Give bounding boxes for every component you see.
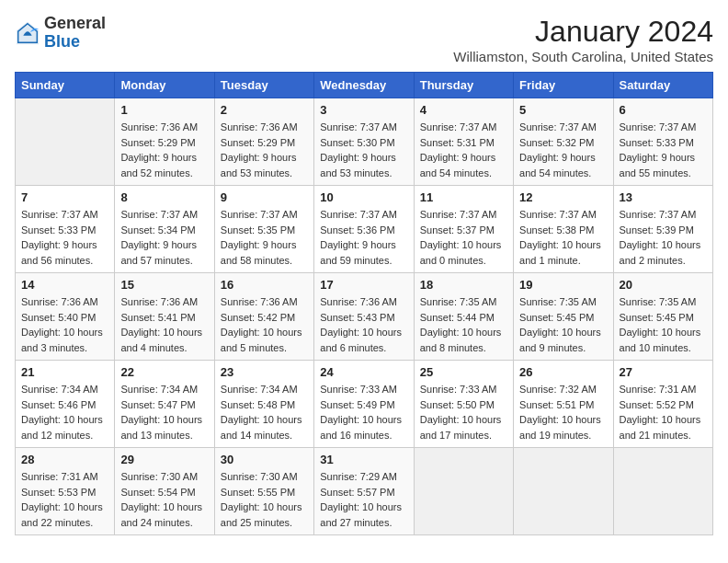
day-info: Sunrise: 7:32 AMSunset: 5:51 PMDaylight:… bbox=[519, 382, 607, 442]
calendar-header: Sunday Monday Tuesday Wednesday Thursday… bbox=[16, 73, 713, 98]
day-info: Sunrise: 7:30 AMSunset: 5:55 PMDaylight:… bbox=[221, 469, 308, 530]
day-number: 8 bbox=[120, 190, 208, 204]
day-cell-0-0 bbox=[16, 98, 115, 186]
logo-blue-text: Blue bbox=[44, 32, 80, 51]
day-cell-1-6: 13Sunrise: 7:37 AMSunset: 5:39 PMDayligh… bbox=[613, 186, 712, 273]
calendar-table: Sunday Monday Tuesday Wednesday Thursday… bbox=[15, 72, 713, 535]
day-info: Sunrise: 7:37 AMSunset: 5:30 PMDaylight:… bbox=[320, 120, 407, 180]
day-info: Sunrise: 7:31 AMSunset: 5:52 PMDaylight:… bbox=[620, 382, 707, 442]
day-number: 24 bbox=[320, 365, 407, 379]
header-row: Sunday Monday Tuesday Wednesday Thursday… bbox=[16, 73, 713, 98]
day-info: Sunrise: 7:33 AMSunset: 5:49 PMDaylight:… bbox=[320, 382, 407, 442]
logo-text: General Blue bbox=[44, 15, 106, 52]
day-number: 31 bbox=[320, 453, 407, 466]
day-number: 3 bbox=[320, 103, 407, 117]
day-info: Sunrise: 7:37 AMSunset: 5:33 PMDaylight:… bbox=[620, 120, 707, 180]
day-number: 28 bbox=[21, 453, 108, 466]
day-cell-4-5 bbox=[514, 448, 613, 535]
day-info: Sunrise: 7:31 AMSunset: 5:53 PMDaylight:… bbox=[21, 469, 108, 530]
day-info: Sunrise: 7:34 AMSunset: 5:47 PMDaylight:… bbox=[120, 382, 208, 442]
week-row-5: 28Sunrise: 7:31 AMSunset: 5:53 PMDayligh… bbox=[16, 448, 713, 535]
day-cell-2-4: 18Sunrise: 7:35 AMSunset: 5:44 PMDayligh… bbox=[414, 273, 513, 361]
day-number: 20 bbox=[620, 278, 707, 292]
day-info: Sunrise: 7:35 AMSunset: 5:45 PMDaylight:… bbox=[519, 294, 607, 355]
day-cell-2-1: 15Sunrise: 7:36 AMSunset: 5:41 PMDayligh… bbox=[115, 273, 214, 361]
header-friday: Friday bbox=[514, 73, 613, 98]
day-number: 1 bbox=[120, 103, 208, 117]
day-cell-4-0: 28Sunrise: 7:31 AMSunset: 5:53 PMDayligh… bbox=[16, 448, 115, 535]
day-number: 26 bbox=[519, 365, 607, 379]
logo-icon bbox=[15, 20, 40, 46]
day-info: Sunrise: 7:34 AMSunset: 5:46 PMDaylight:… bbox=[21, 382, 108, 442]
day-number: 9 bbox=[221, 190, 308, 204]
header-thursday: Thursday bbox=[414, 73, 513, 98]
day-info: Sunrise: 7:35 AMSunset: 5:45 PMDaylight:… bbox=[620, 294, 707, 355]
day-info: Sunrise: 7:37 AMSunset: 5:31 PMDaylight:… bbox=[420, 120, 507, 180]
day-info: Sunrise: 7:36 AMSunset: 5:41 PMDaylight:… bbox=[120, 294, 208, 355]
day-number: 6 bbox=[620, 103, 707, 117]
page-header: General Blue January 2024 Williamston, S… bbox=[15, 15, 713, 64]
day-number: 7 bbox=[21, 190, 108, 204]
day-cell-1-5: 12Sunrise: 7:37 AMSunset: 5:38 PMDayligh… bbox=[514, 186, 613, 273]
day-number: 19 bbox=[519, 278, 607, 292]
day-cell-2-2: 16Sunrise: 7:36 AMSunset: 5:42 PMDayligh… bbox=[214, 273, 313, 361]
day-number: 10 bbox=[320, 190, 407, 204]
day-info: Sunrise: 7:37 AMSunset: 5:32 PMDaylight:… bbox=[519, 120, 607, 180]
day-cell-4-1: 29Sunrise: 7:30 AMSunset: 5:54 PMDayligh… bbox=[115, 448, 214, 535]
day-number: 2 bbox=[221, 103, 308, 117]
day-number: 29 bbox=[120, 453, 208, 466]
logo: General Blue bbox=[15, 15, 106, 52]
day-info: Sunrise: 7:29 AMSunset: 5:57 PMDaylight:… bbox=[320, 469, 407, 530]
day-number: 21 bbox=[21, 365, 108, 379]
header-saturday: Saturday bbox=[613, 73, 712, 98]
week-row-4: 21Sunrise: 7:34 AMSunset: 5:46 PMDayligh… bbox=[16, 361, 713, 448]
day-number: 11 bbox=[420, 190, 507, 204]
day-cell-2-6: 20Sunrise: 7:35 AMSunset: 5:45 PMDayligh… bbox=[613, 273, 712, 361]
day-info: Sunrise: 7:33 AMSunset: 5:50 PMDaylight:… bbox=[420, 382, 507, 442]
day-cell-1-3: 10Sunrise: 7:37 AMSunset: 5:36 PMDayligh… bbox=[314, 186, 414, 273]
day-cell-0-1: 1Sunrise: 7:36 AMSunset: 5:29 PMDaylight… bbox=[115, 98, 214, 186]
day-cell-3-1: 22Sunrise: 7:34 AMSunset: 5:47 PMDayligh… bbox=[115, 361, 214, 448]
day-info: Sunrise: 7:37 AMSunset: 5:35 PMDaylight:… bbox=[221, 207, 308, 268]
month-year: January 2024 bbox=[453, 15, 713, 49]
logo-general-text: General bbox=[44, 14, 106, 32]
day-cell-3-4: 25Sunrise: 7:33 AMSunset: 5:50 PMDayligh… bbox=[414, 361, 513, 448]
day-info: Sunrise: 7:36 AMSunset: 5:29 PMDaylight:… bbox=[120, 120, 208, 180]
day-cell-0-5: 5Sunrise: 7:37 AMSunset: 5:32 PMDaylight… bbox=[514, 98, 613, 186]
day-cell-1-1: 8Sunrise: 7:37 AMSunset: 5:34 PMDaylight… bbox=[115, 186, 214, 273]
day-cell-2-5: 19Sunrise: 7:35 AMSunset: 5:45 PMDayligh… bbox=[514, 273, 613, 361]
day-info: Sunrise: 7:36 AMSunset: 5:42 PMDaylight:… bbox=[221, 294, 308, 355]
day-number: 22 bbox=[120, 365, 208, 379]
day-info: Sunrise: 7:34 AMSunset: 5:48 PMDaylight:… bbox=[221, 382, 308, 442]
day-number: 16 bbox=[221, 278, 308, 292]
day-info: Sunrise: 7:35 AMSunset: 5:44 PMDaylight:… bbox=[420, 294, 507, 355]
day-info: Sunrise: 7:36 AMSunset: 5:29 PMDaylight:… bbox=[221, 120, 308, 180]
day-info: Sunrise: 7:30 AMSunset: 5:54 PMDaylight:… bbox=[120, 469, 208, 530]
title-block: January 2024 Williamston, South Carolina… bbox=[453, 15, 713, 64]
day-cell-0-6: 6Sunrise: 7:37 AMSunset: 5:33 PMDaylight… bbox=[613, 98, 712, 186]
day-number: 14 bbox=[21, 278, 108, 292]
day-number: 5 bbox=[519, 103, 607, 117]
week-row-2: 7Sunrise: 7:37 AMSunset: 5:33 PMDaylight… bbox=[16, 186, 713, 273]
day-cell-1-4: 11Sunrise: 7:37 AMSunset: 5:37 PMDayligh… bbox=[414, 186, 513, 273]
day-number: 4 bbox=[420, 103, 507, 117]
day-number: 17 bbox=[320, 278, 407, 292]
day-cell-0-3: 3Sunrise: 7:37 AMSunset: 5:30 PMDaylight… bbox=[314, 98, 414, 186]
day-cell-3-3: 24Sunrise: 7:33 AMSunset: 5:49 PMDayligh… bbox=[314, 361, 414, 448]
day-number: 18 bbox=[420, 278, 507, 292]
day-info: Sunrise: 7:37 AMSunset: 5:34 PMDaylight:… bbox=[120, 207, 208, 268]
day-cell-0-4: 4Sunrise: 7:37 AMSunset: 5:31 PMDaylight… bbox=[414, 98, 513, 186]
day-cell-1-2: 9Sunrise: 7:37 AMSunset: 5:35 PMDaylight… bbox=[214, 186, 313, 273]
day-info: Sunrise: 7:37 AMSunset: 5:38 PMDaylight:… bbox=[519, 207, 607, 268]
day-number: 15 bbox=[120, 278, 208, 292]
day-number: 30 bbox=[221, 453, 308, 466]
day-cell-0-2: 2Sunrise: 7:36 AMSunset: 5:29 PMDaylight… bbox=[214, 98, 313, 186]
header-sunday: Sunday bbox=[16, 73, 115, 98]
day-info: Sunrise: 7:36 AMSunset: 5:40 PMDaylight:… bbox=[21, 294, 108, 355]
day-info: Sunrise: 7:37 AMSunset: 5:37 PMDaylight:… bbox=[420, 207, 507, 268]
day-number: 12 bbox=[519, 190, 607, 204]
day-cell-4-4 bbox=[414, 448, 513, 535]
calendar-body: 1Sunrise: 7:36 AMSunset: 5:29 PMDaylight… bbox=[16, 98, 713, 535]
day-cell-4-6 bbox=[613, 448, 712, 535]
day-info: Sunrise: 7:37 AMSunset: 5:39 PMDaylight:… bbox=[620, 207, 707, 268]
